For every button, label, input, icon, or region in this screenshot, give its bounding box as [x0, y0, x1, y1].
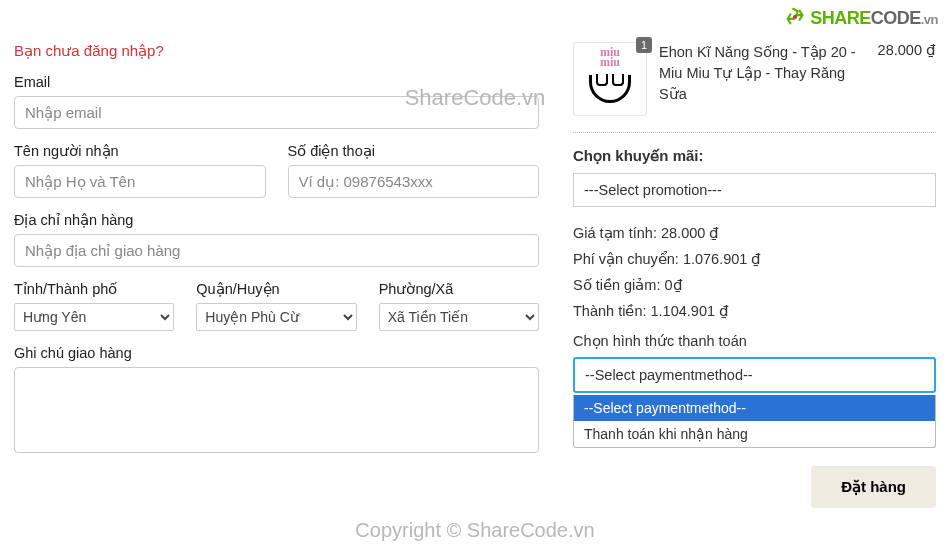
promo-select[interactable]: ---Select promotion---	[573, 173, 936, 207]
email-input[interactable]	[14, 96, 539, 129]
cart-item: miumiu 1 Ehon Kĩ Năng Sống - Tập 20 - Mi…	[573, 42, 936, 116]
total-line: Thành tiền: 1.104.901 ₫	[573, 303, 936, 319]
product-price: 28.000 ₫	[878, 42, 936, 116]
payment-label: Chọn hình thức thanh toán	[573, 333, 936, 349]
place-order-button[interactable]: Đặt hàng	[811, 466, 936, 508]
note-label: Ghi chú giao hàng	[14, 345, 539, 361]
province-select[interactable]: Hưng Yên	[14, 303, 174, 331]
ward-select[interactable]: Xã Tiền Tiến	[379, 303, 539, 331]
discount-line: Số tiền giảm: 0₫	[573, 277, 936, 293]
district-label: Quận/Huyện	[196, 281, 356, 297]
watermark-bottom: Copyright © ShareCode.vn	[355, 519, 594, 542]
payment-select[interactable]: --Select paymentmethod--	[573, 357, 936, 393]
payment-option[interactable]: --Select paymentmethod--	[574, 395, 935, 421]
recycle-icon	[784, 8, 811, 28]
name-label: Tên người nhận	[14, 143, 266, 159]
product-thumbnail: miumiu 1	[573, 42, 647, 116]
address-label: Địa chỉ nhận hàng	[14, 212, 539, 228]
payment-dropdown[interactable]: --Select paymentmethod-- Thanh toán khi …	[573, 395, 936, 448]
shipping-line: Phí vận chuyển: 1.076.901 ₫	[573, 251, 936, 267]
phone-label: Số điện thoại	[288, 143, 540, 159]
brand-logo: SHARECODE.vn	[784, 6, 938, 29]
name-input[interactable]	[14, 165, 266, 198]
phone-input[interactable]	[288, 165, 540, 198]
brand-suffix: .vn	[921, 12, 938, 27]
payment-option[interactable]: Thanh toán khi nhận hàng	[574, 421, 935, 447]
email-label: Email	[14, 74, 539, 90]
divider	[573, 132, 936, 133]
order-summary: miumiu 1 Ehon Kĩ Năng Sống - Tập 20 - Mi…	[573, 42, 936, 508]
promo-label: Chọn khuyến mãi:	[573, 147, 936, 165]
brand-text-2: CODE	[871, 8, 921, 28]
brand-text-1: SHARE	[810, 8, 871, 28]
address-input[interactable]	[14, 234, 539, 267]
ward-label: Phường/Xã	[379, 281, 539, 297]
note-textarea[interactable]	[14, 367, 539, 453]
svg-point-0	[793, 15, 797, 19]
checkout-form: Bạn chưa đăng nhập? Email Tên người nhận…	[14, 42, 539, 508]
product-title: Ehon Kĩ Năng Sống - Tập 20 - Miu Miu Tự …	[659, 42, 866, 116]
province-label: Tỉnh/Thành phố	[14, 281, 174, 297]
qty-badge: 1	[636, 37, 652, 53]
subtotal-line: Giá tạm tính: 28.000 ₫	[573, 225, 936, 241]
district-select[interactable]: Huyện Phù Cừ	[196, 303, 356, 331]
login-hint[interactable]: Bạn chưa đăng nhập?	[14, 42, 539, 60]
